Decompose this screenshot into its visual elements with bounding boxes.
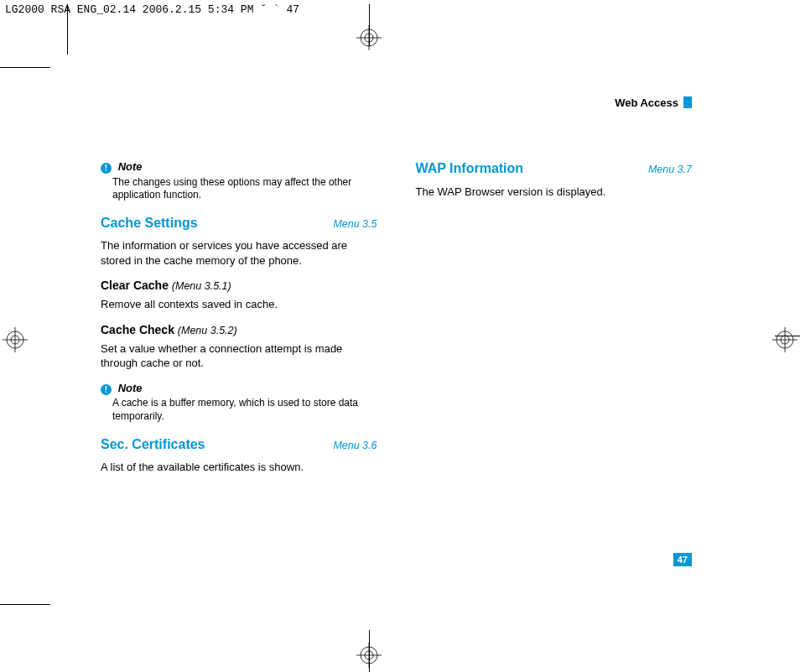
note-block: ! Note A cache is a buffer memory, which…: [101, 381, 377, 424]
note-label: Note: [118, 160, 143, 173]
sub-heading-title: Clear Cache: [101, 279, 169, 292]
section-heading: Sec. Certificates: [101, 435, 205, 454]
registration-mark-icon: [356, 25, 382, 50]
body-text: The WAP Browser version is displayed.: [416, 185, 693, 200]
section-header: Web Access: [615, 96, 692, 109]
body-text: Set a value whether a connection attempt…: [101, 341, 377, 371]
info-icon: !: [101, 163, 112, 174]
registration-mark-icon: [772, 327, 797, 352]
menu-ref: (Menu 3.5.1): [172, 280, 231, 292]
info-icon: !: [101, 384, 112, 395]
sub-heading: Clear Cache (Menu 3.5.1): [101, 278, 377, 294]
sub-heading: Cache Check (Menu 3.5.2): [101, 322, 377, 338]
note-label: Note: [118, 382, 143, 394]
menu-ref: (Menu 3.5.2): [178, 325, 237, 336]
right-column: WAP Information Menu 3.7 The WAP Browser…: [416, 159, 693, 485]
section-heading: WAP Information: [416, 159, 524, 178]
two-column-layout: ! Note The changes using these options m…: [101, 159, 692, 485]
sub-heading-title: Cache Check: [101, 323, 174, 336]
note-text: The changes using these options may affe…: [112, 176, 377, 202]
document-header-strip: LG2000 RSA ENG_02.14 2006.2.15 5:34 PM ˘…: [0, 0, 800, 16]
page-content: Web Access ! Note The changes using thes…: [67, 67, 704, 604]
heading-row: Cache Settings Menu 3.5: [101, 214, 377, 232]
body-text: A list of the available certificates is …: [101, 460, 377, 475]
registration-mark-icon: [356, 643, 382, 668]
section-heading: Cache Settings: [101, 214, 198, 232]
body-text: The information or services you have acc…: [101, 238, 377, 268]
menu-ref: Menu 3.6: [333, 439, 377, 453]
menu-ref: Menu 3.5: [333, 217, 377, 232]
body-text: Remove all contexts saved in cache.: [101, 297, 377, 312]
menu-ref: Menu 3.7: [648, 163, 692, 177]
crop-mark: [67, 4, 68, 55]
note-block: ! Note The changes using these options m…: [101, 159, 377, 202]
heading-row: WAP Information Menu 3.7: [416, 159, 693, 178]
heading-row: Sec. Certificates Menu 3.6: [101, 435, 377, 454]
crop-mark: [0, 604, 50, 605]
registration-mark-icon: [3, 327, 28, 352]
note-text: A cache is a buffer memory, which is use…: [112, 397, 377, 423]
left-column: ! Note The changes using these options m…: [101, 159, 377, 485]
page-number: 47: [673, 553, 692, 566]
crop-mark: [0, 67, 50, 68]
